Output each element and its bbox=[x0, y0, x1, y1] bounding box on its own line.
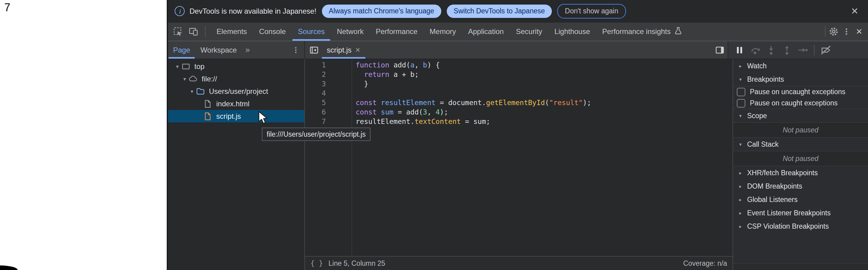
navigator-more-icon[interactable] bbox=[291, 41, 304, 59]
panel-tabs: ElementsConsoleSourcesNetworkPerformance… bbox=[211, 23, 688, 41]
pretty-print-icon[interactable]: { } bbox=[310, 259, 323, 267]
tab-performance-insights[interactable]: Performance insights bbox=[596, 23, 688, 41]
device-toolbar-icon[interactable] bbox=[187, 25, 200, 38]
editor-tab-close-icon[interactable]: ✕ bbox=[355, 47, 361, 54]
sidebar-section-event-listener-breakpoints[interactable]: ▸Event Listener Breakpoints bbox=[733, 206, 868, 219]
chevron-right-icon[interactable]: ▸ bbox=[736, 197, 745, 203]
more-options-icon[interactable] bbox=[840, 25, 853, 38]
infobar-close-icon[interactable]: ✕ bbox=[848, 6, 861, 17]
chevron-right-icon[interactable]: ▸ bbox=[736, 63, 745, 69]
tab-console[interactable]: Console bbox=[253, 23, 292, 41]
token-pln: } bbox=[355, 80, 368, 88]
sidebar-section-label: Scope bbox=[747, 112, 767, 120]
tab-elements[interactable]: Elements bbox=[211, 23, 253, 41]
settings-gear-icon[interactable] bbox=[827, 25, 840, 38]
token-pln: , bbox=[427, 108, 436, 116]
chevron-right-icon[interactable]: ▸ bbox=[736, 223, 745, 229]
file-icon bbox=[203, 99, 212, 109]
chevron-down-icon[interactable]: ▾ bbox=[736, 142, 745, 147]
line-number-gutter[interactable]: 1234567 bbox=[305, 59, 352, 256]
editor-tab-script-js[interactable]: script.js ✕ bbox=[322, 41, 365, 59]
not-paused-status: Not paused bbox=[733, 123, 868, 138]
tree-item-users-user-project[interactable]: ▾Users/user/project bbox=[168, 85, 304, 97]
token-def: a bbox=[410, 61, 414, 69]
sidebar-section-xhr-fetch-breakpoints[interactable]: ▸XHR/fetch Breakpoints bbox=[733, 166, 868, 179]
tree-item-index-html[interactable]: index.html bbox=[168, 97, 304, 110]
sidebar-section-call-stack[interactable]: ▾Call Stack bbox=[733, 138, 868, 151]
code-line: return a + b; bbox=[355, 70, 733, 79]
tab-sources[interactable]: Sources bbox=[292, 23, 331, 41]
chevron-right-icon[interactable]: ▸ bbox=[736, 183, 745, 189]
deactivate-breakpoints-icon[interactable] bbox=[819, 44, 832, 57]
infobar-message: DevTools is now available in Japanese! bbox=[189, 7, 316, 16]
checkbox-unchecked[interactable] bbox=[737, 99, 745, 108]
sources-toolbar-row: PageWorkspace » script.js ✕ bbox=[168, 41, 868, 59]
sources-content: ▾top▾file://▾Users/user/projectindex.htm… bbox=[168, 59, 868, 270]
navigator-toolbar: PageWorkspace » bbox=[168, 41, 305, 59]
code-line: const resultElement = document.getElemen… bbox=[355, 98, 733, 108]
token-pln: = add( bbox=[394, 108, 423, 116]
not-paused-status: Not paused bbox=[733, 151, 868, 166]
sidebar-section-global-listeners[interactable]: ▸Global Listeners bbox=[733, 193, 868, 206]
sidebar-section-breakpoints[interactable]: ▾Breakpoints bbox=[733, 72, 868, 86]
checkbox-row-pause-on-caught-exceptions[interactable]: Pause on caught exceptions bbox=[733, 97, 868, 109]
sidebar-section-scope[interactable]: ▾Scope bbox=[733, 109, 868, 123]
tab-performance[interactable]: Performance bbox=[370, 23, 423, 41]
chevron-down-icon[interactable]: ▾ bbox=[736, 113, 745, 119]
chevron-down-icon[interactable]: ▾ bbox=[736, 77, 745, 82]
tree-expand-caret[interactable]: ▾ bbox=[174, 63, 181, 69]
step-into-icon[interactable] bbox=[765, 44, 777, 57]
token-def: resultElement bbox=[381, 99, 436, 107]
step-icon[interactable] bbox=[796, 44, 809, 57]
tree-item-script-js[interactable]: script.js bbox=[168, 110, 304, 122]
tab-label: Sources bbox=[298, 27, 325, 36]
tab-overflow-icon[interactable]: » bbox=[242, 41, 253, 59]
tab-label: Lighthouse bbox=[554, 27, 590, 36]
tab-application[interactable]: Application bbox=[462, 23, 509, 41]
collapse-navigator-icon[interactable] bbox=[305, 41, 322, 59]
code-editor-pane: 1234567 function add(a, b) { return a + … bbox=[305, 59, 733, 270]
tree-expand-caret[interactable]: ▾ bbox=[188, 88, 196, 94]
code-editor[interactable]: 1234567 function add(a, b) { return a + … bbox=[305, 59, 733, 256]
tree-item-file[interactable]: ▾file:// bbox=[168, 72, 304, 85]
sidebar-section-csp-violation-breakpoints[interactable]: ▸CSP Violation Breakpoints bbox=[733, 219, 868, 233]
checkbox-label: Pause on caught exceptions bbox=[750, 99, 838, 107]
close-devtools-icon[interactable]: ✕ bbox=[853, 25, 866, 38]
navigator-tab-label: Page bbox=[173, 46, 190, 54]
tab-security[interactable]: Security bbox=[510, 23, 549, 41]
code-line bbox=[355, 89, 733, 98]
checkbox-label: Pause on uncaught exceptions bbox=[750, 88, 845, 96]
sidebar-section-dom-breakpoints[interactable]: ▸DOM Breakpoints bbox=[733, 179, 868, 193]
navigator-tab-page[interactable]: Page bbox=[168, 41, 195, 59]
checkbox-unchecked[interactable] bbox=[737, 88, 745, 96]
tab-label: Console bbox=[259, 27, 286, 36]
step-out-icon[interactable] bbox=[780, 44, 793, 57]
frame-icon bbox=[181, 62, 190, 71]
banner-button-don-t-show-again[interactable]: Don't show again bbox=[557, 4, 626, 19]
step-over-icon[interactable] bbox=[749, 44, 762, 57]
tab-network[interactable]: Network bbox=[331, 23, 370, 41]
tab-memory[interactable]: Memory bbox=[424, 23, 462, 41]
navigator-tab-workspace[interactable]: Workspace bbox=[195, 41, 242, 59]
tab-lighthouse[interactable]: Lighthouse bbox=[548, 23, 596, 41]
code-line: const sum = add(3, 4); bbox=[355, 108, 733, 117]
file-navigator-pane: ▾top▾file://▾Users/user/projectindex.htm… bbox=[168, 59, 305, 270]
banner-button-always-match-chrome-s-language[interactable]: Always match Chrome's language bbox=[322, 5, 441, 18]
inspect-element-icon[interactable] bbox=[172, 25, 184, 38]
navigator-tab-label: Workspace bbox=[200, 46, 237, 54]
pause-icon[interactable] bbox=[733, 44, 746, 57]
banner-button-switch-devtools-to-japanese[interactable]: Switch DevTools to Japanese bbox=[447, 5, 552, 18]
chevron-right-icon[interactable]: ▸ bbox=[736, 210, 745, 216]
tabbar-right-icons: ✕ bbox=[823, 23, 868, 41]
tree-expand-caret[interactable]: ▾ bbox=[181, 76, 189, 82]
sidebar-bottom-area bbox=[733, 264, 868, 270]
code-content[interactable]: function add(a, b) { return a + b; } con… bbox=[352, 59, 733, 256]
debugger-controls-toolbar bbox=[728, 41, 868, 59]
sidebar-section-watch[interactable]: ▸Watch bbox=[733, 59, 868, 72]
token-pln: , bbox=[414, 61, 423, 69]
toggle-debugger-sidebar-icon[interactable] bbox=[715, 41, 728, 59]
chevron-right-icon[interactable]: ▸ bbox=[736, 170, 745, 176]
sidebar-section-label: Event Listener Breakpoints bbox=[747, 209, 831, 217]
tree-item-top[interactable]: ▾top bbox=[168, 60, 304, 72]
checkbox-row-pause-on-uncaught-exceptions[interactable]: Pause on uncaught exceptions bbox=[733, 86, 868, 97]
